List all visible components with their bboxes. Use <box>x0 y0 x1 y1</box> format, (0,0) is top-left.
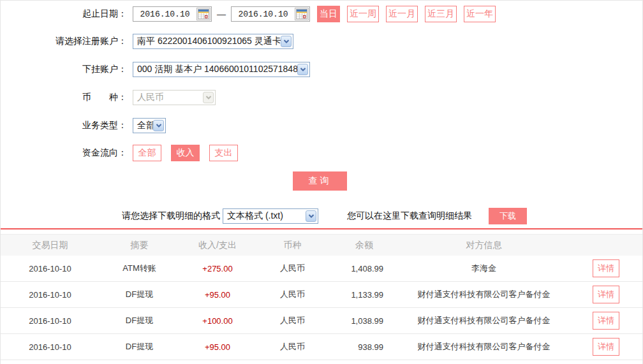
date-range-label: 起止日期： <box>1 8 127 20</box>
download-format-select[interactable]: 文本格式 (.txt) <box>223 208 318 224</box>
cell-transaction-date: 2016-10-10 <box>1 316 100 326</box>
table-row: 2016-10-10 DF提现 +95.00 人民币 1,133.99 财付通支… <box>1 282 642 308</box>
chevron-down-icon <box>153 120 164 131</box>
sub-account-select[interactable]: 000 活期 基本户 1406600101102571848 <box>133 62 310 77</box>
quick-range-button[interactable]: 近一年 <box>464 6 496 22</box>
cell-counterparty: 财付通支付科技有限公司客户备付金 <box>399 341 568 353</box>
download-button[interactable]: 下载 <box>489 208 527 224</box>
currency-value: 人民币 <box>133 92 203 103</box>
detail-button[interactable]: 详情 <box>593 286 619 303</box>
query-row: 查询 <box>293 171 642 191</box>
cell-summary: DF提现 <box>100 341 179 353</box>
table-row: 2016-10-10 DF提现 +100.00 人民币 1,038.99 财付通… <box>1 308 642 334</box>
date-range-row: 起止日期： 2016.10.10 — <box>1 6 642 22</box>
quick-range-button[interactable]: 当日 <box>317 6 340 22</box>
cell-balance: 1,038.99 <box>329 316 399 326</box>
table-header-cell: 余额 <box>329 240 399 251</box>
table-body: 2016-10-10 ATM转账 +275.00 人民币 1,408.99 李海… <box>1 256 642 360</box>
chevron-down-icon <box>281 36 292 47</box>
cell-amount: +275.00 <box>179 264 256 273</box>
cell-balance: 938.99 <box>329 342 399 352</box>
cell-transaction-date: 2016-10-10 <box>1 264 100 273</box>
cell-counterparty: 财付通支付科技有限公司客户备付金 <box>399 289 568 300</box>
detail-button[interactable]: 详情 <box>593 312 619 330</box>
fund-flow-label: 资金流向： <box>1 147 127 159</box>
date-from-value: 2016.10.10 <box>133 10 196 19</box>
cell-detail: 详情 <box>568 286 643 303</box>
currency-row: 币 种： 人民币 <box>1 90 642 105</box>
detail-button[interactable]: 详情 <box>593 338 619 356</box>
sub-account-value: 000 活期 基本户 1406600101102571848 <box>133 64 297 75</box>
business-type-row: 业务类型： 全部 <box>1 118 642 133</box>
cell-amount: +95.00 <box>179 342 256 352</box>
business-type-select[interactable]: 全部 <box>133 118 166 133</box>
cell-currency: 人民币 <box>256 315 329 326</box>
query-form: 起止日期： 2016.10.10 — <box>1 1 642 224</box>
cell-currency: 人民币 <box>256 289 329 300</box>
table-header-cell: 币种 <box>256 240 329 251</box>
cell-detail: 详情 <box>568 338 643 356</box>
cell-currency: 人民币 <box>256 263 329 274</box>
fund-flow-buttons: 全部 收入 支出 <box>133 145 248 161</box>
business-type-label: 业务类型： <box>1 120 127 131</box>
quick-range-button[interactable]: 近一周 <box>347 6 379 22</box>
register-account-label: 请选择注册账户： <box>1 36 127 47</box>
cell-transaction-date: 2016-10-10 <box>1 290 100 300</box>
cell-amount: +95.00 <box>179 290 256 300</box>
register-account-value: 南平 6222001406100921065 灵通卡 <box>133 36 281 47</box>
cell-balance: 1,408.99 <box>329 264 399 273</box>
sub-account-row: 下挂账户： 000 活期 基本户 1406600101102571848 <box>1 62 642 77</box>
fund-flow-button[interactable]: 收入 <box>171 145 200 161</box>
download-format-value: 文本格式 (.txt) <box>223 210 306 222</box>
sub-account-label: 下挂账户： <box>1 64 127 75</box>
query-button[interactable]: 查询 <box>293 171 347 191</box>
quick-range-buttons: 当日 近一周 近一月 近三月 近一年 <box>310 6 496 22</box>
section-divider <box>1 228 642 229</box>
cell-detail: 详情 <box>568 259 643 277</box>
cell-counterparty: 财付通支付科技有限公司客户备付金 <box>399 315 568 326</box>
quick-range-button[interactable]: 近一月 <box>386 6 418 22</box>
currency-select: 人民币 <box>133 90 216 105</box>
table-row: 2016-10-10 DF提现 +95.00 人民币 938.99 财付通支付科… <box>1 334 642 360</box>
cell-summary: ATM转账 <box>100 263 179 274</box>
cell-summary: DF提现 <box>100 315 179 326</box>
chevron-down-icon <box>297 64 308 75</box>
cell-currency: 人民币 <box>256 341 329 353</box>
download-row: 请您选择下载明细的格式 文本格式 (.txt) 您可以在这里下载查询明细结果 下… <box>1 208 642 224</box>
chevron-down-icon <box>203 92 214 103</box>
table-header-cell: 摘要 <box>100 240 179 251</box>
calendar-icon[interactable] <box>196 8 211 20</box>
table-row: 2016-10-10 ATM转账 +275.00 人民币 1,408.99 李海… <box>1 256 642 282</box>
table-header-cell: 交易日期 <box>1 240 100 251</box>
quick-range-button[interactable]: 近三月 <box>425 6 457 22</box>
table-header: 交易日期 摘要 收入/支出 币种 余额 对方信息 <box>1 234 642 256</box>
calendar-icon-glyph <box>296 9 307 19</box>
fund-flow-button[interactable]: 全部 <box>133 145 161 161</box>
date-from-input[interactable]: 2016.10.10 <box>133 6 212 22</box>
fund-flow-button[interactable]: 支出 <box>209 145 238 161</box>
fund-flow-row: 资金流向： 全部 收入 支出 <box>1 145 642 161</box>
date-range-separator: — <box>217 9 226 19</box>
cell-counterparty: 李海金 <box>399 263 568 274</box>
chevron-down-icon <box>306 210 316 222</box>
cell-summary: DF提现 <box>100 289 179 300</box>
cell-amount: +100.00 <box>179 316 256 326</box>
date-to-value: 2016.10.10 <box>232 10 295 19</box>
register-account-select[interactable]: 南平 6222001406100921065 灵通卡 <box>133 34 293 49</box>
date-to-input[interactable]: 2016.10.10 <box>231 6 310 22</box>
table-header-cell: 对方信息 <box>399 240 568 251</box>
download-hint: 您可以在这里下载查询明细结果 <box>347 210 472 222</box>
cell-balance: 1,133.99 <box>329 290 399 300</box>
download-format-label: 请您选择下载明细的格式 <box>122 210 220 222</box>
calendar-icon-glyph <box>198 9 209 19</box>
register-account-row: 请选择注册账户： 南平 6222001406100921065 灵通卡 <box>1 34 642 49</box>
transaction-query-page: 起止日期： 2016.10.10 — <box>0 0 643 364</box>
cell-detail: 详情 <box>568 312 643 330</box>
currency-label: 币 种： <box>1 92 127 103</box>
calendar-icon[interactable] <box>295 8 309 20</box>
table-header-cell: 收入/支出 <box>179 240 256 251</box>
cell-transaction-date: 2016-10-10 <box>1 342 100 352</box>
business-type-value: 全部 <box>133 120 153 131</box>
detail-button[interactable]: 详情 <box>593 259 619 277</box>
